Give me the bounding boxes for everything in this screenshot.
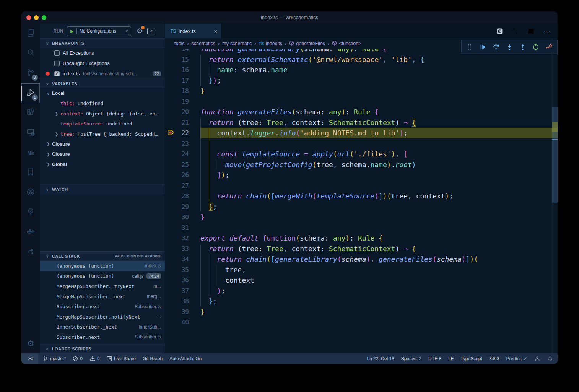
status-item-git-branch[interactable]: master* bbox=[43, 356, 66, 362]
variable-row[interactable]: ❯Closure bbox=[40, 139, 165, 150]
status-item-feedback[interactable] bbox=[534, 356, 540, 362]
status-item-ts-version[interactable]: 3.8.3 bbox=[489, 356, 499, 361]
activity-item-run-and-debug[interactable]: 1 bbox=[21, 83, 40, 103]
status-item-indentation[interactable]: Spaces: 2 bbox=[401, 356, 421, 361]
step-over-button[interactable] bbox=[490, 41, 502, 53]
activity-item-settings[interactable]: ⚙ bbox=[21, 333, 40, 353]
status-item-encoding[interactable]: UTF-8 bbox=[428, 356, 441, 361]
status-item-prettier[interactable]: Prettier: ✓ bbox=[506, 356, 527, 361]
gutter[interactable]: 23 bbox=[165, 138, 200, 149]
call-stack-section-header[interactable]: ∨ CALL STACK PAUSED ON BREAKPOINT bbox=[40, 251, 165, 261]
continue-button[interactable] bbox=[477, 41, 489, 53]
gutter[interactable]: 15 bbox=[165, 54, 200, 65]
gutter[interactable]: 40 bbox=[165, 317, 200, 328]
start-debug-icon[interactable]: ▶ bbox=[70, 29, 73, 34]
more-actions-icon[interactable]: ··· bbox=[543, 28, 551, 34]
open-changes-icon[interactable] bbox=[496, 28, 503, 34]
gutter[interactable]: 28 bbox=[165, 191, 200, 202]
gutter[interactable]: 30 bbox=[165, 212, 200, 223]
gutter[interactable]: 22 bbox=[165, 128, 200, 138]
synchronize-changes-icon[interactable] bbox=[512, 28, 519, 34]
breakpoint-row[interactable]: index.tstools/schematics/my-sch...22 bbox=[40, 68, 165, 79]
breadcrumb-item[interactable]: generateFiles bbox=[289, 41, 325, 47]
gutter[interactable]: 27 bbox=[165, 181, 200, 191]
split-editor-icon[interactable] bbox=[528, 28, 534, 34]
gutter[interactable]: 17 bbox=[165, 75, 200, 86]
gutter[interactable]: 33 bbox=[165, 244, 200, 254]
gutter[interactable]: 39 bbox=[165, 307, 200, 317]
variable-row[interactable]: ❯context:Object {debug: false, en… bbox=[40, 109, 165, 119]
stack-frame-row[interactable]: MergeMapSubscriber.notifyNext... bbox=[40, 312, 165, 322]
gutter[interactable]: 20 bbox=[165, 107, 200, 117]
gutter[interactable]: 35 bbox=[165, 265, 200, 275]
gutter[interactable]: 29 bbox=[165, 202, 200, 212]
gutter[interactable]: 31 bbox=[165, 223, 200, 233]
watch-section-header[interactable]: ∨ WATCH bbox=[40, 184, 165, 194]
breakpoint-checkbox[interactable] bbox=[54, 61, 60, 66]
status-item-git-graph[interactable]: Git Graph bbox=[143, 356, 163, 361]
stack-frame-row[interactable]: MergeMapSubscriber._nextmerg... bbox=[40, 291, 165, 302]
configure-gear-icon[interactable]: ⚙ bbox=[137, 27, 143, 35]
variable-row[interactable]: ∨Local bbox=[40, 88, 165, 99]
activity-item-bookmarks[interactable] bbox=[21, 163, 40, 183]
breakpoint-checkbox[interactable] bbox=[54, 50, 60, 56]
gutter[interactable]: 38 bbox=[165, 296, 200, 307]
activity-item-nx-console[interactable]: N≥ bbox=[21, 143, 40, 163]
status-item-auto-attach[interactable]: Auto Attach: On bbox=[169, 356, 202, 361]
status-item-live-share[interactable]: Live Share bbox=[107, 356, 136, 361]
activity-item-explorer[interactable] bbox=[21, 24, 40, 44]
stack-frame-row[interactable]: Subscriber.nextSubscriber.ts bbox=[40, 332, 165, 342]
gutter[interactable]: 21 bbox=[165, 117, 200, 128]
remote-indicator[interactable]: >< bbox=[21, 353, 38, 364]
status-item-language-mode[interactable]: TypeScript bbox=[460, 356, 482, 361]
scrollbar-slider[interactable] bbox=[552, 107, 558, 203]
step-out-button[interactable] bbox=[517, 41, 529, 53]
status-item-notifications[interactable] bbox=[547, 356, 553, 362]
variable-row[interactable]: ❯Global bbox=[40, 159, 165, 170]
activity-item-docker[interactable] bbox=[21, 223, 40, 242]
step-into-button[interactable] bbox=[504, 41, 515, 53]
status-item-errors[interactable]: 0 bbox=[73, 356, 83, 361]
gutter[interactable]: 25 bbox=[165, 159, 200, 170]
stack-frame-row[interactable]: (anonymous function)index.ts bbox=[40, 261, 165, 271]
activity-item-search[interactable] bbox=[21, 44, 40, 63]
variable-row[interactable]: ❯Closure bbox=[40, 149, 165, 159]
launch-configuration-dropdown[interactable]: ▶ No Configurations ˅ bbox=[67, 26, 131, 36]
variable-row[interactable]: this:undefined bbox=[40, 99, 165, 109]
gutter[interactable]: 26 bbox=[165, 170, 200, 181]
loaded-scripts-section-header[interactable]: > LOADED SCRIPTS bbox=[40, 344, 165, 353]
breadcrumb-item[interactable]: schematics bbox=[192, 41, 216, 46]
debug-console-icon[interactable]: > bbox=[147, 28, 155, 34]
gutter[interactable]: 24 bbox=[165, 149, 200, 159]
stack-frame-row[interactable]: (anonymous function)call.js74:24 bbox=[40, 271, 165, 281]
breakpoint-checkbox[interactable] bbox=[54, 71, 60, 76]
breadcrumb-item[interactable]: <function> bbox=[332, 41, 361, 47]
breadcrumb-item[interactable]: TSindex.ts bbox=[259, 41, 283, 46]
status-item-warnings[interactable]: 0 bbox=[89, 356, 100, 361]
tab-index-ts[interactable]: TS index.ts × bbox=[165, 24, 221, 38]
breadcrumb-item[interactable]: tools bbox=[174, 41, 184, 46]
gutter[interactable]: 19 bbox=[165, 96, 200, 107]
gutter[interactable]: 36 bbox=[165, 275, 200, 286]
activity-item-share[interactable] bbox=[21, 242, 40, 262]
variables-section-header[interactable]: ∨ VARIABLES bbox=[40, 79, 165, 88]
stack-frame-row[interactable]: Subscriber.nextSubscriber.ts bbox=[40, 301, 165, 312]
activity-item-todo-tree[interactable] bbox=[21, 203, 40, 223]
variable-row[interactable]: templateSource:undefined bbox=[40, 119, 165, 129]
activity-item-source-control[interactable]: 3 bbox=[21, 63, 40, 83]
stack-frame-row[interactable]: MergeMapSubscriber._tryNextm... bbox=[40, 281, 165, 291]
gutter[interactable]: 32 bbox=[165, 233, 200, 244]
gutter[interactable]: 18 bbox=[165, 86, 200, 96]
disconnect-button[interactable] bbox=[543, 41, 555, 53]
drag-handle-icon[interactable] bbox=[464, 41, 475, 53]
breakpoint-row[interactable]: All Exceptions bbox=[40, 48, 165, 58]
restart-button[interactable] bbox=[530, 41, 542, 53]
gutter[interactable]: 34 bbox=[165, 254, 200, 265]
breakpoint-row[interactable]: Uncaught Exceptions bbox=[40, 58, 165, 68]
breakpoints-section-header[interactable]: ∨ BREAKPOINTS bbox=[40, 38, 165, 48]
code-editor[interactable]: 14function generateLibrary(schema: any):… bbox=[165, 38, 558, 353]
close-tab-icon[interactable]: × bbox=[214, 28, 217, 34]
variable-row[interactable]: ❯tree:HostTree {_backend: ScopedH… bbox=[40, 129, 165, 139]
status-item-cursor-position[interactable]: Ln 22, Col 13 bbox=[367, 356, 394, 361]
breadcrumb-item[interactable]: my-schematic bbox=[222, 41, 252, 46]
